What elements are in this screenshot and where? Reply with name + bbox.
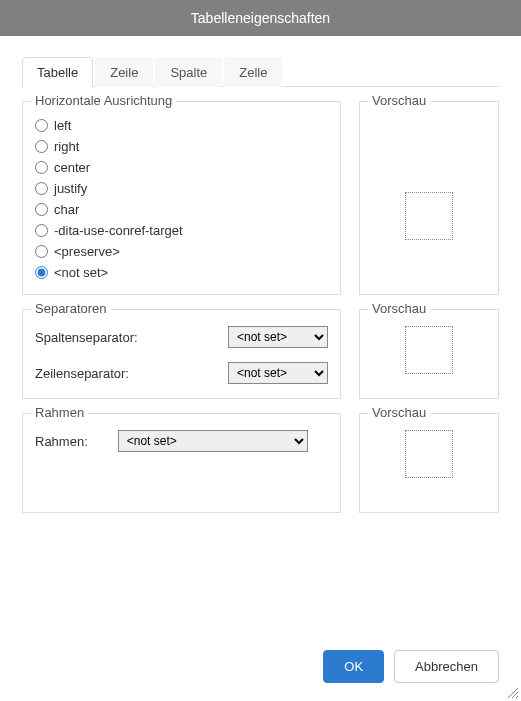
resize-grip-icon[interactable]	[506, 686, 518, 698]
legend-halign: Horizontale Ausrichtung	[31, 93, 176, 108]
radio-left-input[interactable]	[35, 119, 48, 132]
radio-preserve-input[interactable]	[35, 245, 48, 258]
legend-separators: Separatoren	[31, 301, 111, 316]
radio-center-label: center	[54, 160, 90, 175]
radio-preserve[interactable]: <preserve>	[35, 244, 328, 259]
radio-preserve-label: <preserve>	[54, 244, 120, 259]
radio-justify[interactable]: justify	[35, 181, 328, 196]
select-row-separator[interactable]: <not set>	[228, 362, 328, 384]
cancel-button[interactable]: Abbrechen	[394, 650, 499, 683]
fieldset-separators: Separatoren Spaltenseparator: <not set> …	[22, 309, 341, 399]
radio-char-label: char	[54, 202, 79, 217]
legend-preview-separators: Vorschau	[368, 301, 430, 316]
svg-line-2	[516, 696, 518, 698]
radio-dita[interactable]: -dita-use-conref-target	[35, 223, 328, 238]
legend-preview-halign: Vorschau	[368, 93, 430, 108]
legend-frame: Rahmen	[31, 405, 88, 420]
radio-right[interactable]: right	[35, 139, 328, 154]
label-frame: Rahmen:	[35, 434, 88, 449]
radio-right-label: right	[54, 139, 79, 154]
fieldset-preview-separators: Vorschau	[359, 309, 499, 399]
dialog-title: Tabelleneigenschaften	[0, 0, 521, 36]
radio-notset-input[interactable]	[35, 266, 48, 279]
radio-justify-input[interactable]	[35, 182, 48, 195]
legend-preview-frame: Vorschau	[368, 405, 430, 420]
preview-box-frame	[405, 430, 453, 478]
preview-box-halign	[405, 192, 453, 240]
preview-box-separators	[405, 326, 453, 374]
dialog-footer: OK Abbrechen	[323, 650, 499, 683]
radio-char-input[interactable]	[35, 203, 48, 216]
radio-center-input[interactable]	[35, 161, 48, 174]
fieldset-preview-halign: Vorschau	[359, 101, 499, 295]
tab-spalte[interactable]: Spalte	[155, 57, 222, 87]
tab-tabelle[interactable]: Tabelle	[22, 57, 93, 87]
radio-dita-input[interactable]	[35, 224, 48, 237]
tab-zelle[interactable]: Zelle	[224, 57, 282, 87]
radio-justify-label: justify	[54, 181, 87, 196]
radio-char[interactable]: char	[35, 202, 328, 217]
ok-button[interactable]: OK	[323, 650, 384, 683]
radio-left-label: left	[54, 118, 71, 133]
fieldset-frame: Rahmen Rahmen: <not set>	[22, 413, 341, 513]
select-frame[interactable]: <not set>	[118, 430, 308, 452]
radio-notset-label: <not set>	[54, 265, 108, 280]
radio-center[interactable]: center	[35, 160, 328, 175]
radio-dita-label: -dita-use-conref-target	[54, 223, 183, 238]
fieldset-halign: Horizontale Ausrichtung left right cente…	[22, 101, 341, 295]
tab-zeile[interactable]: Zeile	[95, 57, 153, 87]
label-col-separator: Spaltenseparator:	[35, 330, 218, 345]
radio-left[interactable]: left	[35, 118, 328, 133]
tab-bar: Tabelle Zeile Spalte Zelle	[22, 56, 499, 87]
radio-right-input[interactable]	[35, 140, 48, 153]
radio-notset[interactable]: <not set>	[35, 265, 328, 280]
label-row-separator: Zeilenseparator:	[35, 366, 218, 381]
select-col-separator[interactable]: <not set>	[228, 326, 328, 348]
fieldset-preview-frame: Vorschau	[359, 413, 499, 513]
